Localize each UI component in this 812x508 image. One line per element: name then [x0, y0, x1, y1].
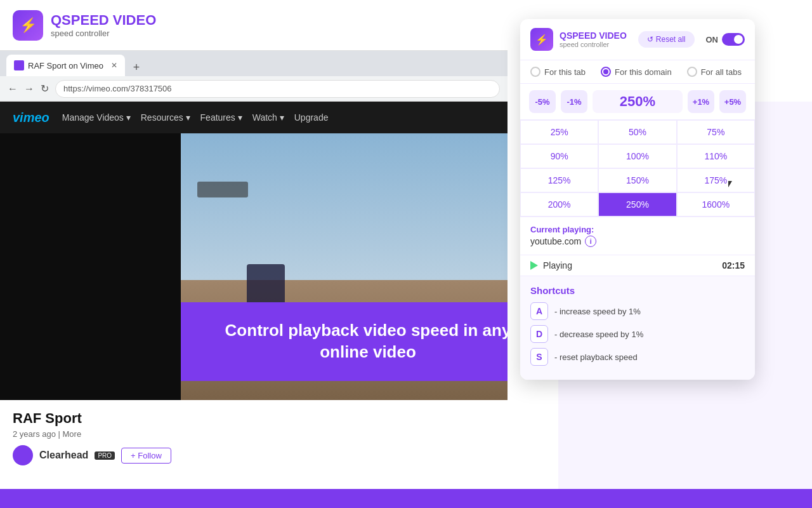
vimeo-navigation: vimeo Manage Videos ▾ Resources ▾ Featur…	[0, 102, 508, 133]
scope-all-radio[interactable]	[687, 67, 697, 77]
scope-for-this-tab[interactable]: For this tab	[530, 67, 586, 77]
current-domain: youtube.com i	[530, 236, 596, 247]
app-icon: ⚡	[13, 10, 43, 41]
video-background: Control playback video speed in any onli…	[0, 133, 508, 400]
browser-tab[interactable]: RAF Sport on Vimeo ✕	[6, 55, 125, 76]
speed-increase-1-button[interactable]: +1%	[688, 90, 714, 113]
speed-option-1600[interactable]: 1600%	[677, 192, 755, 217]
app-title-block: QSPEED VIDEO speed controller	[51, 12, 156, 38]
shortcut-reset: S - reset playback speed	[530, 348, 745, 366]
shortcut-a-key: A	[530, 302, 548, 320]
scope-tab-label: For this tab	[544, 67, 586, 77]
tab-bar: RAF Sport on Vimeo ✕ +	[0, 51, 508, 76]
app-title: QSPEED VIDEO	[51, 12, 156, 29]
tab-favicon	[14, 60, 24, 70]
video-meta: 2 years ago | More	[13, 429, 542, 439]
on-pill[interactable]	[722, 33, 745, 46]
url-bar[interactable]: https://vimeo.com/378317506	[55, 80, 500, 98]
nav-upgrade[interactable]: Upgrade	[294, 112, 329, 123]
popup-app-icon: ⚡	[530, 28, 553, 51]
scope-all-label: For all tabs	[701, 67, 742, 77]
speed-option-50[interactable]: 50%	[598, 120, 676, 144]
shortcut-s-key: S	[530, 348, 548, 366]
speed-display: 250%	[593, 90, 683, 113]
speed-decrease-5-button[interactable]: -5%	[529, 90, 556, 113]
vimeo-logo: vimeo	[13, 110, 49, 125]
current-playing-section: Current playing: youtube.com i	[520, 217, 755, 255]
purple-bottom-bar	[0, 489, 812, 508]
nav-features[interactable]: Features ▾	[200, 112, 242, 123]
nav-resources[interactable]: Resources ▾	[141, 112, 190, 123]
scope-for-all-tabs[interactable]: For all tabs	[687, 67, 742, 77]
speed-grid: 25% 50% 75% 90% 100% 110% 125% 150% 175%…	[520, 120, 755, 217]
video-title: RAF Sport	[13, 410, 542, 427]
promo-text: Control playback video speed in any onli…	[200, 320, 508, 363]
on-toggle[interactable]: ON	[706, 33, 745, 46]
reset-all-button[interactable]: ↺ Reset all	[638, 31, 694, 48]
forward-button[interactable]: →	[24, 83, 34, 95]
shortcut-s-desc: - reset playback speed	[554, 352, 638, 362]
scope-domain-label: For this domain	[615, 67, 672, 77]
speed-increase-5-button[interactable]: +5%	[719, 90, 746, 113]
play-icon	[530, 261, 538, 270]
current-playing-label: Current playing:	[530, 225, 745, 234]
popup-app-sub: speed controller	[560, 41, 632, 48]
speed-option-75[interactable]: 75%	[677, 120, 755, 144]
channel-avatar	[13, 445, 33, 465]
app-subtitle: speed controller	[51, 29, 156, 38]
speed-option-25[interactable]: 25%	[520, 120, 598, 144]
speed-option-250[interactable]: 250%	[598, 192, 676, 217]
speed-control-row: -5% -1% 250% +1% +5%	[520, 84, 755, 120]
playing-time: 02:15	[722, 260, 745, 271]
speed-option-175[interactable]: 175%	[677, 168, 755, 192]
speed-option-90[interactable]: 90%	[520, 144, 598, 168]
channel-badge: PRO	[95, 451, 115, 460]
scope-domain-radio[interactable]	[601, 67, 611, 77]
info-icon[interactable]: i	[585, 236, 596, 247]
popup-title-block: QSPEED VIDEO speed controller	[560, 30, 632, 48]
shortcut-increase: A - increase speed by 1%	[530, 302, 745, 320]
url-text: https://vimeo.com/378317506	[63, 84, 172, 93]
app-header: ⚡ QSPEED VIDEO speed controller	[0, 0, 508, 51]
new-tab-button[interactable]: +	[128, 58, 145, 76]
qspeed-popup: ⚡ QSPEED VIDEO speed controller ↺ Reset …	[520, 19, 755, 380]
speed-option-100[interactable]: 100%	[598, 144, 676, 168]
speed-option-200[interactable]: 200%	[520, 192, 598, 217]
channel-row: Clearhead PRO + Follow	[13, 445, 542, 465]
address-bar: ← → ↻ https://vimeo.com/378317506	[0, 76, 508, 102]
current-playing-row: youtube.com i	[530, 236, 745, 247]
tab-label: RAF Sport on Vimeo	[28, 61, 103, 70]
speed-option-150[interactable]: 150%	[598, 168, 676, 192]
on-label: ON	[706, 35, 719, 44]
speed-decrease-1-button[interactable]: -1%	[561, 90, 587, 113]
video-area: Control playback video speed in any onli…	[0, 133, 508, 400]
speed-option-125[interactable]: 125%	[520, 168, 598, 192]
vimeo-nav-items: Manage Videos ▾ Resources ▾ Features ▾ W…	[62, 112, 329, 123]
shortcut-a-desc: - increase speed by 1%	[554, 307, 641, 316]
channel-name: Clearhead	[39, 450, 88, 461]
shortcut-d-key: D	[530, 325, 548, 343]
scope-domain-radio-inner	[603, 69, 608, 74]
scope-row: For this tab For this domain For all tab…	[520, 60, 755, 84]
nav-watch[interactable]: Watch ▾	[252, 112, 284, 123]
speed-option-110[interactable]: 110%	[677, 144, 755, 168]
nav-manage-videos[interactable]: Manage Videos ▾	[62, 112, 131, 123]
shortcut-d-desc: - decrease speed by 1%	[554, 330, 643, 339]
current-domain-text: youtube.com	[530, 236, 581, 246]
popup-header: ⚡ QSPEED VIDEO speed controller ↺ Reset …	[520, 19, 755, 60]
promo-overlay: Control playback video speed in any onli…	[181, 302, 508, 381]
scope-tab-radio[interactable]	[530, 67, 540, 77]
shortcut-decrease: D - decrease speed by 1%	[530, 325, 745, 343]
shortcuts-title: Shortcuts	[530, 285, 745, 296]
scope-for-this-domain[interactable]: For this domain	[601, 67, 672, 77]
tab-close-button[interactable]: ✕	[111, 61, 117, 70]
popup-app-name: QSPEED VIDEO	[560, 30, 632, 41]
refresh-button[interactable]: ↻	[41, 83, 49, 95]
back-button[interactable]: ←	[8, 83, 18, 95]
playing-row: Playing 02:15	[520, 255, 755, 276]
shortcuts-section: Shortcuts A - increase speed by 1% D - d…	[520, 276, 755, 380]
playing-status: Playing	[543, 260, 572, 271]
follow-button[interactable]: + Follow	[121, 448, 171, 464]
